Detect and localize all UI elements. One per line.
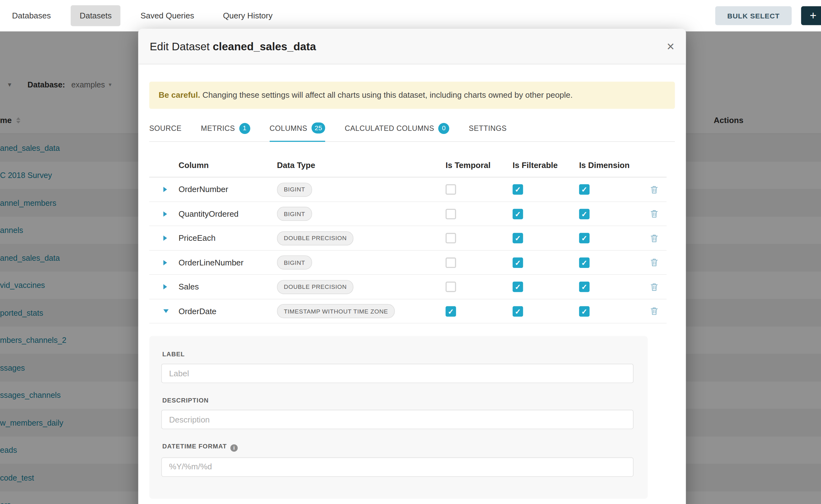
is-dimension-checkbox[interactable]	[579, 257, 590, 268]
column-detail-panel: LABEL DESCRIPTION DATETIME FORMATi	[149, 336, 648, 499]
column-row: QuantityOrderedBIGINT	[149, 202, 667, 226]
data-type-pill: BIGINT	[277, 255, 312, 269]
is-filterable-checkbox[interactable]	[513, 209, 523, 219]
is-filterable-checkbox[interactable]	[513, 306, 523, 317]
close-icon[interactable]: ×	[667, 40, 674, 53]
plus-icon: +	[810, 9, 817, 22]
tab-count-badge: 25	[311, 123, 325, 134]
delete-column-icon[interactable]	[650, 234, 658, 243]
is-dimension-checkbox[interactable]	[579, 184, 590, 195]
is-temporal-header: Is Temporal	[446, 161, 513, 170]
delete-column-icon[interactable]	[650, 185, 658, 194]
expand-caret-icon[interactable]	[163, 211, 167, 217]
label-input[interactable]	[161, 364, 634, 383]
tab-count-badge: 0	[438, 123, 449, 134]
top-navigation: Databases Datasets Saved Queries Query H…	[0, 0, 821, 32]
is-dimension-header: Is Dimension	[579, 161, 646, 170]
is-temporal-checkbox[interactable]	[446, 257, 456, 268]
expand-caret-icon[interactable]	[163, 187, 167, 192]
is-temporal-checkbox[interactable]	[446, 184, 456, 195]
bulk-select-button[interactable]: BULK SELECT	[715, 6, 792, 25]
column-header: Column	[179, 161, 277, 170]
tab-label: COLUMNS	[269, 124, 307, 132]
column-name: OrderNumber	[179, 185, 277, 194]
data-type-pill: BIGINT	[277, 182, 312, 196]
modal-title: Edit Dataset cleaned_sales_data	[150, 40, 316, 52]
datetime-format-field-label: DATETIME FORMATi	[162, 443, 634, 452]
nav-tab-databases[interactable]: Databases	[3, 5, 60, 26]
column-row: OrderDateTIMESTAMP WITHOUT TIME ZONE	[149, 299, 667, 324]
tab-source[interactable]: SOURCE	[149, 116, 181, 142]
is-dimension-checkbox[interactable]	[579, 209, 590, 219]
screen: Databases Datasets Saved Queries Query H…	[0, 0, 821, 504]
is-dimension-checkbox[interactable]	[579, 233, 590, 244]
tab-label: SOURCE	[149, 124, 181, 133]
is-temporal-checkbox[interactable]	[446, 282, 456, 292]
column-name: PriceEach	[179, 234, 277, 243]
is-filterable-checkbox[interactable]	[513, 282, 523, 292]
tab-count-badge: 1	[239, 123, 250, 134]
data-type-pill: TIMESTAMP WITHOUT TIME ZONE	[277, 304, 395, 318]
collapse-caret-icon[interactable]	[163, 309, 169, 313]
is-temporal-checkbox[interactable]	[446, 306, 456, 317]
is-dimension-checkbox[interactable]	[579, 306, 590, 317]
delete-column-icon[interactable]	[650, 283, 658, 291]
delete-column-icon[interactable]	[650, 258, 658, 267]
expand-caret-icon[interactable]	[163, 284, 167, 289]
warning-text: Changing these settings will affect all …	[200, 91, 573, 99]
nav-tab-query-history[interactable]: Query History	[214, 5, 281, 26]
data-type-pill: DOUBLE PRECISION	[277, 231, 353, 245]
is-filterable-checkbox[interactable]	[513, 184, 523, 195]
columns-table-header: Column Data Type Is Temporal Is Filterab…	[149, 154, 667, 178]
is-dimension-checkbox[interactable]	[579, 282, 590, 292]
modal-title-dataset-name: cleaned_sales_data	[213, 40, 316, 52]
edit-dataset-modal: Edit Dataset cleaned_sales_data × Be car…	[138, 29, 686, 504]
is-filterable-checkbox[interactable]	[513, 257, 523, 268]
expand-caret-icon[interactable]	[163, 236, 167, 241]
datetime-format-label-text: DATETIME FORMAT	[162, 443, 227, 450]
delete-column-icon[interactable]	[650, 210, 658, 218]
description-field-label: DESCRIPTION	[162, 397, 634, 404]
column-name: OrderLineNumber	[179, 258, 277, 267]
tab-label: CALCULATED COLUMNS	[345, 124, 434, 133]
is-temporal-checkbox[interactable]	[446, 209, 456, 219]
tab-label: SETTINGS	[469, 124, 507, 133]
data-type-pill: BIGINT	[277, 207, 312, 221]
is-filterable-checkbox[interactable]	[513, 233, 523, 244]
info-icon[interactable]: i	[230, 444, 238, 452]
modal-body: Be careful. Changing these settings will…	[138, 82, 686, 499]
column-row: PriceEachDOUBLE PRECISION	[149, 226, 667, 251]
tab-settings[interactable]: SETTINGS	[469, 116, 507, 142]
tab-metrics[interactable]: METRICS1	[201, 116, 250, 142]
tab-label: METRICS	[201, 124, 235, 133]
modal-tabs: SOURCEMETRICS1COLUMNS25CALCULATED COLUMN…	[149, 116, 675, 142]
nav-tab-datasets[interactable]: Datasets	[71, 5, 121, 26]
is-filterable-header: Is Filterable	[513, 161, 579, 170]
column-name: OrderDate	[179, 307, 277, 316]
warning-banner: Be careful. Changing these settings will…	[149, 82, 675, 109]
is-temporal-checkbox[interactable]	[446, 233, 456, 244]
nav-tab-saved-queries[interactable]: Saved Queries	[131, 5, 203, 26]
modal-title-prefix: Edit Dataset	[150, 40, 210, 52]
column-row: OrderNumberBIGINT	[149, 178, 667, 202]
description-input[interactable]	[161, 410, 634, 429]
modal-header: Edit Dataset cleaned_sales_data ×	[138, 29, 686, 64]
warning-bold-text: Be careful.	[159, 91, 200, 99]
column-name: QuantityOrdered	[179, 209, 277, 219]
columns-table-body: OrderNumberBIGINTQuantityOrderedBIGINTPr…	[149, 178, 675, 324]
data-type-pill: DOUBLE PRECISION	[277, 280, 353, 294]
label-field-label: LABEL	[162, 351, 634, 358]
tab-calculated-columns[interactable]: CALCULATED COLUMNS0	[345, 116, 450, 142]
expand-caret-icon[interactable]	[163, 260, 167, 265]
data-type-header: Data Type	[277, 161, 446, 170]
delete-column-icon[interactable]	[650, 307, 658, 316]
add-dataset-button[interactable]: +	[801, 6, 821, 25]
column-row: SalesDOUBLE PRECISION	[149, 275, 667, 299]
column-name: Sales	[179, 282, 277, 292]
datetime-format-input[interactable]	[161, 457, 634, 477]
column-row: OrderLineNumberBIGINT	[149, 251, 667, 275]
tab-columns[interactable]: COLUMNS25	[269, 116, 325, 142]
